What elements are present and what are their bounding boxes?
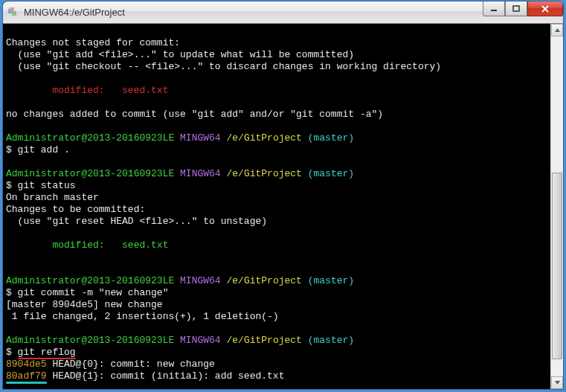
output-line: 8904de5 HEAD@{0}: commit: new change bbox=[6, 359, 215, 370]
terminal-window: MINGW64:/e/GitProject Changes not staged… bbox=[3, 1, 563, 389]
chevron-down-icon bbox=[554, 379, 561, 386]
output-line: modified: seed.txt bbox=[6, 85, 168, 96]
output-line: 1 file changed, 2 insertions(+), 1 delet… bbox=[6, 311, 279, 322]
prompt-line: Administrator@2013-20160923LE MINGW64 /e… bbox=[6, 335, 354, 346]
chevron-up-icon bbox=[554, 27, 561, 33]
minimize-icon bbox=[490, 5, 498, 13]
svg-rect-3 bbox=[491, 10, 497, 11]
prompt-line: Administrator@2013-20160923LE MINGW64 /e… bbox=[6, 168, 354, 179]
window-title: MINGW64:/e/GitProject bbox=[24, 7, 125, 18]
command-line: $ git status bbox=[6, 180, 76, 191]
minimize-button[interactable] bbox=[483, 1, 505, 16]
close-button[interactable] bbox=[527, 1, 563, 16]
app-icon bbox=[7, 7, 19, 19]
prompt-line: Administrator@2013-20160923LE MINGW64 /e… bbox=[6, 275, 354, 286]
output-line: (use "git checkout -- <file>..." to disc… bbox=[6, 61, 441, 72]
svg-rect-2 bbox=[10, 7, 14, 12]
output-line: Changes not staged for commit: bbox=[6, 37, 180, 48]
output-line: On branch master bbox=[6, 192, 99, 203]
output-line: [master 8904de5] new change bbox=[6, 299, 163, 310]
scroll-down-button[interactable] bbox=[551, 376, 563, 389]
command-line: $ git commit -m "new change" bbox=[6, 287, 168, 298]
command-line: $ git reflog bbox=[6, 347, 76, 358]
svg-marker-8 bbox=[555, 381, 560, 385]
close-icon bbox=[541, 5, 550, 13]
maximize-icon bbox=[512, 5, 520, 13]
window-controls bbox=[483, 1, 563, 18]
scroll-thumb[interactable] bbox=[552, 173, 562, 359]
prompt-line: Administrator@2013-20160923LE MINGW64 /e… bbox=[6, 132, 354, 144]
output-line: Changes to be committed: bbox=[6, 204, 145, 215]
output-line: modified: seed.txt bbox=[6, 240, 168, 251]
vertical-scrollbar[interactable] bbox=[550, 24, 563, 389]
svg-rect-4 bbox=[513, 6, 519, 11]
output-line: 80adf79 HEAD@{1}: commit (initial): add … bbox=[6, 370, 284, 382]
output-line: no changes added to commit (use "git add… bbox=[6, 109, 383, 120]
command-line: $ git add . bbox=[6, 144, 70, 155]
terminal-output[interactable]: Changes not staged for commit: (use "git… bbox=[3, 24, 563, 389]
scroll-up-button[interactable] bbox=[551, 24, 563, 36]
maximize-button[interactable] bbox=[505, 1, 527, 16]
output-line: (use "git add <file>..." to update what … bbox=[6, 49, 354, 60]
titlebar[interactable]: MINGW64:/e/GitProject bbox=[3, 1, 563, 24]
output-line: (use "git reset HEAD <file>..." to unsta… bbox=[6, 216, 267, 227]
scroll-track[interactable] bbox=[551, 36, 563, 376]
svg-marker-7 bbox=[555, 28, 560, 32]
